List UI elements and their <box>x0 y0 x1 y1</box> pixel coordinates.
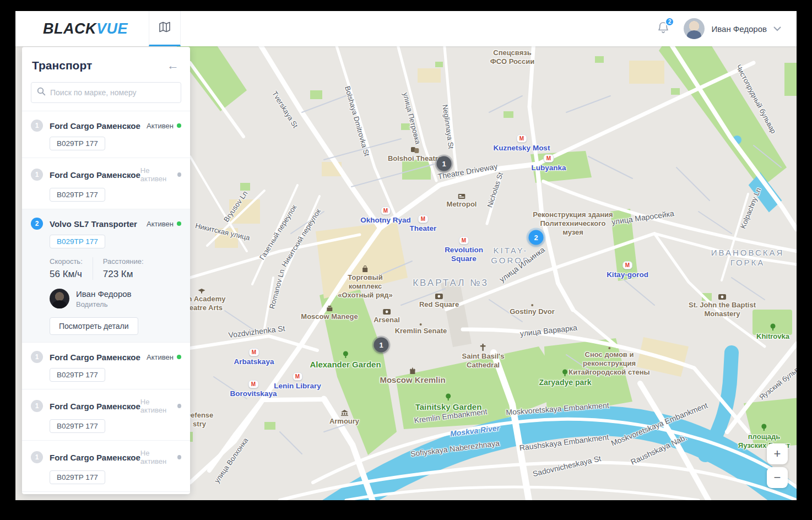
driver-avatar <box>50 289 69 308</box>
vehicle-list: 1 Ford Cargo Раменское Активен B029TP 17… <box>22 111 190 494</box>
bag-icon <box>338 266 393 272</box>
map-marker[interactable]: 1 <box>437 156 452 171</box>
logo-black: BLACK <box>43 20 96 37</box>
map-label: Реконструкция зданияПолитехническогомузе… <box>533 210 613 237</box>
map-label: Gostiny Dvor <box>510 304 555 316</box>
tree-icon <box>738 424 790 431</box>
vehicle-badge: 1 <box>31 169 43 181</box>
chevron-down-icon[interactable] <box>773 24 781 34</box>
map-label: улица Варварка <box>519 323 578 339</box>
vehicle-list-item[interactable]: 1 Ford Cargo Раменское Не активен B029TP… <box>22 158 190 209</box>
search-icon <box>37 87 46 98</box>
vehicle-name: Ford Cargo Раменское <box>50 170 140 180</box>
map-label: Nicholas St <box>485 171 505 208</box>
vehicle-badge: 1 <box>31 120 43 132</box>
tree-icon <box>756 323 789 331</box>
map-label: Kolpachny Ln <box>739 186 763 230</box>
zoom-in-button[interactable]: + <box>767 443 788 464</box>
vehicle-name: Volvo SL7 Transporter <box>50 219 147 229</box>
vehicle-list-item[interactable]: 1 Ford Cargo Раменское Не активен B029TP… <box>22 389 190 441</box>
map-label: Vozdvizhenka St <box>228 324 286 340</box>
vehicle-name: Ford Cargo Раменское <box>50 121 147 131</box>
map-label: Bolshoi Theatre <box>388 147 442 163</box>
search-input[interactable] <box>50 88 175 97</box>
vehicle-plate: B029TP 177 <box>50 470 105 484</box>
vehicle-details: Скорость: 56 Км/ч Расстояние: 723 Км Ива… <box>50 257 181 335</box>
map-icon <box>159 21 171 35</box>
vehicle-list-item-selected[interactable]: 2 Volvo SL7 Transporter Активен B029TP 1… <box>22 209 190 343</box>
map-label: Red Square <box>419 294 459 309</box>
collapse-sidebar-button[interactable]: ← <box>165 59 181 72</box>
logo-vue: VUE <box>96 20 128 37</box>
map-label: Zaryadye park <box>539 369 592 387</box>
map-label: MLubyanka <box>531 154 566 172</box>
vehicle-plate: B029TP 177 <box>50 419 105 433</box>
metro-icon: M <box>230 380 277 388</box>
map-label: Khitrovka <box>756 323 789 341</box>
notifications-button[interactable]: 2 <box>657 21 669 36</box>
map-label: улица Волхонка <box>213 436 250 485</box>
theater-icon <box>388 147 442 153</box>
distance-value: 723 Км <box>103 269 144 280</box>
map-label: Saint Basil'sCathedral <box>462 344 505 370</box>
map-label: Metropol <box>447 194 477 209</box>
tree-icon <box>539 369 592 377</box>
map-label: Яузский бульвар <box>757 361 797 402</box>
notification-badge: 2 <box>665 17 675 26</box>
app-window: СпецсвязьФСО РоссииMKuznetsky MostMLubya… <box>15 11 797 500</box>
vehicle-list-item[interactable]: 1 Ford Cargo Раменское Активен B029TP 17… <box>22 111 190 158</box>
vehicles-sidebar: Транспорт ← 1 Ford Cargo Раменское Актив… <box>22 47 190 494</box>
map-label: Raushskaya Embankment <box>519 432 609 453</box>
map-label: Moskvoretskaya Embankment <box>610 400 709 448</box>
vehicle-list-item[interactable]: 1 Ford Cargo Раменское Активен B029TP 17… <box>22 343 190 389</box>
vehicle-plate: B029TP 177 <box>50 368 105 382</box>
map-label: ИВАНОВСКАЯГОРКА <box>711 248 784 268</box>
app-logo: BLACKVUE <box>43 20 128 37</box>
map-label: улица Петровка <box>401 91 423 145</box>
vehicle-badge: 2 <box>31 218 43 230</box>
map-label: MKitay-gorod <box>607 261 648 279</box>
driver-role: Водитель <box>76 300 132 308</box>
status-badge: Не активен <box>140 449 181 465</box>
vehicle-list-item[interactable]: 1 Ford Cargo Раменское Активен B029TP 17… <box>22 492 190 494</box>
status-badge: Активен <box>147 220 181 228</box>
map-label: Tverskaya St <box>270 90 300 130</box>
vehicle-badge: 1 <box>31 400 43 412</box>
user-avatar[interactable] <box>684 18 705 39</box>
map-label: Romanov Ln <box>268 268 286 310</box>
camera-icon <box>373 309 400 315</box>
page-title: Транспорт <box>32 59 92 72</box>
tab-map[interactable] <box>149 11 181 46</box>
map-label: СпецсвязьФСО России <box>490 48 534 66</box>
speed-label: Скорость: <box>50 257 83 266</box>
map-marker[interactable]: 2 <box>529 230 544 245</box>
map-label: Sofiyskaya Naberezhnaya <box>410 438 500 459</box>
view-details-button[interactable]: Посмотреть детали <box>50 317 138 335</box>
status-badge: Активен <box>147 353 181 361</box>
map-label: Sadovnicheskaya St <box>532 454 602 479</box>
dot-icon <box>569 347 649 349</box>
tree-icon <box>310 351 381 359</box>
metro-icon: M <box>360 207 411 215</box>
status-badge: Не активен <box>140 398 181 414</box>
zoom-out-button[interactable]: − <box>767 467 788 488</box>
map-label: КВАРТАЛ №3 <box>413 278 489 289</box>
driver-name: Иван Федоров <box>76 289 132 299</box>
map-label: Moscow Kremlin <box>380 367 445 385</box>
map-zoom-controls: + − <box>767 443 788 488</box>
map-label: MLenin Library <box>274 372 321 391</box>
map-label: улица Маросейка <box>611 209 675 227</box>
dot-icon <box>395 323 447 326</box>
map-label: Чистопрудный бульвар <box>734 63 778 136</box>
map-label: Armoury <box>329 410 359 426</box>
map-label: Kremlin Senate <box>395 323 447 335</box>
map-label: Neglinnaya St <box>441 104 456 149</box>
vehicle-badge: 1 <box>31 451 43 463</box>
map-label: MRevolutionSquare <box>445 236 483 264</box>
vehicle-list-item[interactable]: 1 Ford Cargo Раменское Не активен B029TP… <box>22 441 190 492</box>
speed-value: 56 Км/ч <box>50 269 83 280</box>
map-label: MBorovitskaya <box>230 380 277 398</box>
metro-icon: M <box>234 348 274 356</box>
map-marker[interactable]: 1 <box>374 338 389 353</box>
map-label: MKuznetsky Most <box>494 134 550 153</box>
